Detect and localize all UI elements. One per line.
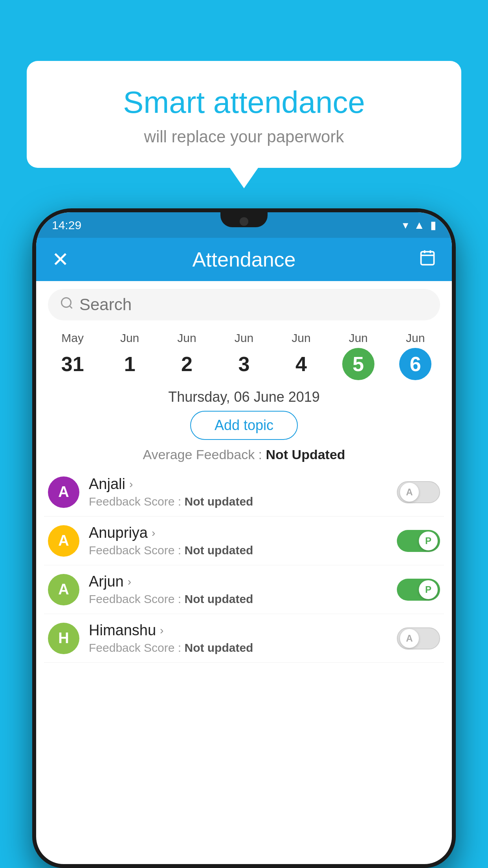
toggle-switch[interactable]: P	[397, 579, 440, 601]
status-icons: ▾ ▲ ▮	[403, 219, 436, 232]
toggle-switch[interactable]: P	[397, 530, 440, 552]
cal-month-label: Jun	[177, 331, 196, 345]
cal-month-label: Jun	[120, 331, 139, 345]
cal-date-number[interactable]: 3	[228, 348, 260, 380]
toggle-thumb: A	[400, 483, 419, 502]
phone-content: May31Jun1Jun2Jun3Jun4Jun5Jun6 Thursday, …	[36, 281, 452, 864]
avg-feedback-label: Average Feedback :	[143, 447, 262, 462]
student-info: Anupriya ›Feedback Score : Not updated	[89, 524, 391, 557]
toggle-thumb: P	[419, 580, 438, 599]
svg-line-5	[70, 305, 72, 308]
camera	[240, 217, 248, 226]
chevron-icon: ›	[160, 624, 163, 637]
toggle-switch[interactable]: A	[397, 627, 440, 649]
phone-frame: 14:29 ▾ ▲ ▮ ✕ Attendance	[32, 208, 456, 868]
calendar-day[interactable]: Jun4	[285, 331, 317, 380]
cal-month-label: Jun	[406, 331, 425, 345]
calendar-day[interactable]: Jun1	[114, 331, 146, 380]
student-feedback: Feedback Score : Not updated	[89, 641, 391, 655]
search-input[interactable]	[79, 295, 428, 314]
calendar-day[interactable]: Jun6	[399, 331, 431, 380]
student-info: Himanshu ›Feedback Score : Not updated	[89, 622, 391, 655]
bubble-title: Smart attendance	[46, 85, 442, 120]
toggle-thumb: A	[400, 629, 419, 648]
avg-feedback-value: Not Updated	[266, 447, 345, 462]
calendar-button[interactable]	[419, 249, 436, 270]
close-button[interactable]: ✕	[52, 248, 69, 271]
add-topic-button[interactable]: Add topic	[190, 411, 298, 440]
student-list: AAnjali ›Feedback Score : Not updatedAAA…	[36, 468, 452, 663]
student-info: Arjun ›Feedback Score : Not updated	[89, 573, 391, 606]
battery-icon: ▮	[430, 219, 436, 232]
calendar-day[interactable]: Jun2	[171, 331, 203, 380]
toggle-switch[interactable]: A	[397, 481, 440, 503]
app-title: Attendance	[69, 248, 419, 271]
cal-date-number[interactable]: 1	[114, 348, 146, 380]
chevron-icon: ›	[128, 576, 131, 588]
chevron-icon: ›	[129, 478, 133, 491]
bubble-subtitle: will replace your paperwork	[46, 127, 442, 146]
svg-point-4	[62, 298, 71, 307]
student-avatar: A	[48, 525, 79, 557]
cal-date-number[interactable]: 6	[399, 348, 431, 380]
cal-month-label: Jun	[235, 331, 253, 345]
student-item[interactable]: AArjun ›Feedback Score : Not updatedP	[44, 565, 444, 614]
attendance-toggle[interactable]: A	[397, 627, 440, 649]
avg-feedback: Average Feedback : Not Updated	[36, 447, 452, 462]
calendar-day[interactable]: Jun3	[228, 331, 260, 380]
student-avatar: A	[48, 574, 79, 605]
student-feedback: Feedback Score : Not updated	[89, 592, 391, 606]
cal-month-label: Jun	[349, 331, 368, 345]
speech-bubble: Smart attendance will replace your paper…	[27, 61, 461, 168]
date-label: Thursday, 06 June 2019	[36, 389, 452, 405]
search-bar[interactable]	[48, 289, 440, 320]
attendance-toggle[interactable]: P	[397, 579, 440, 601]
calendar-row: May31Jun1Jun2Jun3Jun4Jun5Jun6	[36, 324, 452, 380]
student-item[interactable]: AAnjali ›Feedback Score : Not updatedA	[44, 468, 444, 517]
cal-date-number[interactable]: 5	[342, 348, 374, 380]
cal-month-label: May	[61, 331, 84, 345]
student-name: Himanshu ›	[89, 622, 391, 639]
student-name: Anupriya ›	[89, 524, 391, 541]
student-avatar: A	[48, 476, 79, 508]
student-info: Anjali ›Feedback Score : Not updated	[89, 476, 391, 508]
attendance-toggle[interactable]: P	[397, 530, 440, 552]
student-avatar: H	[48, 623, 79, 654]
search-icon	[60, 296, 74, 314]
attendance-toggle[interactable]: A	[397, 481, 440, 503]
notch	[220, 212, 268, 227]
cal-month-label: Jun	[292, 331, 310, 345]
student-name: Arjun ›	[89, 573, 391, 590]
wifi-icon: ▾	[403, 219, 408, 232]
cal-date-number[interactable]: 4	[285, 348, 317, 380]
calendar-day[interactable]: May31	[57, 331, 89, 380]
calendar-day[interactable]: Jun5	[342, 331, 374, 380]
student-item[interactable]: AAnupriya ›Feedback Score : Not updatedP	[44, 517, 444, 565]
signal-icon: ▲	[414, 219, 425, 232]
status-bar: 14:29 ▾ ▲ ▮	[36, 212, 452, 238]
chevron-icon: ›	[152, 527, 155, 539]
status-time: 14:29	[52, 219, 81, 232]
toggle-thumb: P	[419, 531, 438, 550]
phone-inner: 14:29 ▾ ▲ ▮ ✕ Attendance	[36, 212, 452, 864]
app-bar: ✕ Attendance	[36, 238, 452, 281]
cal-date-number[interactable]: 31	[57, 348, 89, 380]
student-feedback: Feedback Score : Not updated	[89, 495, 391, 508]
svg-rect-0	[421, 252, 434, 265]
student-name: Anjali ›	[89, 476, 391, 493]
student-feedback: Feedback Score : Not updated	[89, 544, 391, 557]
cal-date-number[interactable]: 2	[171, 348, 203, 380]
student-item[interactable]: HHimanshu ›Feedback Score : Not updatedA	[44, 614, 444, 663]
